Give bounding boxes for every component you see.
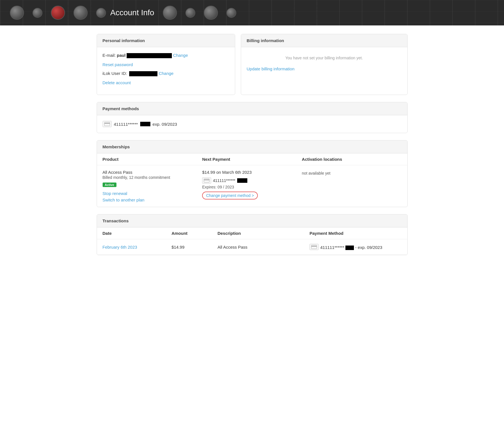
billing-info-header: Billing information [241,34,407,47]
membership-row: All Access Pass Billed monthly, 12 month… [97,165,407,207]
billing-placeholder-text: You have not set your billing informatio… [247,53,402,63]
stop-renewal-link[interactable]: Stop renewal [103,191,202,196]
active-badge: Active [103,183,116,187]
col-payment-method: Payment Method [310,231,402,236]
transaction-card-redacted [345,246,354,250]
membership-card-redacted [237,178,247,183]
personal-info-card: Personal information E-mail: paulChange … [97,34,235,95]
membership-card-icon [202,177,211,184]
personal-info-body: E-mail: paulChange Reset password iLok U… [97,47,235,95]
payment-methods-header: Payment methods [97,102,407,115]
svg-rect-5 [311,246,317,247]
decorative-knob-3 [51,6,65,20]
decorative-knob-6 [163,6,177,20]
transaction-card-number: 411111****** [320,245,344,250]
personal-info-header: Personal information [97,34,235,47]
main-content: Personal information E-mail: paulChange … [91,25,413,264]
delete-account-row: Delete account [103,80,229,85]
transaction-amount: $14.99 [172,245,218,249]
decorative-knob-1 [10,6,24,20]
transaction-card-expiry: - exp. 09/2023 [355,245,382,250]
product-name: All Access Pass [103,170,202,175]
payment-card-redacted [140,122,150,126]
svg-rect-1 [104,123,110,124]
change-payment-method-btn[interactable]: Change payment method > [202,192,258,199]
decorative-knob-9 [226,8,236,18]
payment-info-col: $14.99 on March 6th 2023 411111****** Ex… [202,170,302,202]
email-label: E-mail: [103,53,116,58]
delete-account-link[interactable]: Delete account [103,80,131,85]
membership-card-row: 411111****** [202,177,302,184]
email-change-link[interactable]: Change [173,53,188,58]
svg-rect-4 [311,245,317,249]
product-billing: Billed monthly, 12 months commitment [103,175,202,180]
top-row: Personal information E-mail: paulChange … [97,34,408,95]
email-username: paul [117,53,126,58]
payment-card-expiry: exp. 09/2023 [153,122,177,127]
next-payment-amount: $14.99 on March 6th 2023 [202,170,302,175]
active-badge-wrapper: Active [103,182,202,189]
ilok-change-link[interactable]: Change [159,71,174,76]
decorative-knob-2 [33,8,42,18]
transaction-date[interactable]: February 6th 2023 [103,245,172,249]
email-row: E-mail: paulChange [103,53,229,58]
memberships-card: Memberships Product Next Payment Activat… [97,140,408,207]
switch-plan-link[interactable]: Switch to another plan [103,197,144,202]
membership-expires: Expires: 09 / 2023 [202,185,302,189]
transaction-row: February 6th 2023 $14.99 All Access Pass… [97,239,407,255]
payment-methods-row: 411111****** exp. 09/2023 [103,121,402,127]
billing-info-body: You have not set your billing informatio… [241,47,407,77]
payment-card-number: 411111****** [114,122,138,127]
decorative-knob-7 [185,8,195,18]
payment-methods-body: 411111****** exp. 09/2023 [97,115,407,133]
membership-actions: Stop renewal Switch to another plan [103,191,202,202]
credit-card-icon [103,121,112,127]
transaction-card-icon [310,244,319,250]
ilok-label: iLok User ID: [103,71,127,76]
col-next-payment: Next Payment [202,157,302,162]
ilok-redacted [129,71,157,76]
transactions-header: Transactions [97,214,407,227]
membership-card-number: 411111****** [213,178,235,183]
transaction-payment: 411111****** - exp. 09/2023 [310,244,402,250]
decorative-knob-4 [73,6,88,20]
decorative-knob-5 [96,8,106,18]
svg-rect-3 [204,179,209,180]
update-billing-link[interactable]: Update billing information [247,66,295,71]
reset-password-row: Reset password [103,62,229,67]
transaction-description: All Access Pass [217,245,310,249]
product-col: All Access Pass Billed monthly, 12 month… [103,170,202,202]
memberships-header: Memberships [97,140,407,153]
col-product: Product [103,157,202,162]
col-description: Description [217,231,310,236]
col-date: Date [103,231,172,236]
transactions-table-header: Date Amount Description Payment Method [97,227,407,239]
col-activation: Activation locations [302,157,402,162]
svg-rect-2 [204,179,209,183]
payment-methods-card: Payment methods 411111****** exp. 09/202… [97,102,408,133]
email-redacted [127,53,172,58]
ilok-row: iLok User ID: Change [103,71,229,76]
activation-col: not available yet [302,170,402,202]
col-amount: Amount [172,231,218,236]
memberships-table-header: Product Next Payment Activation location… [97,153,407,165]
decorative-knob-8 [204,6,218,20]
billing-info-card: Billing information You have not set you… [241,34,408,95]
svg-rect-0 [104,122,110,126]
header-banner: Account Info [0,0,504,25]
page-title: Account Info [110,8,154,17]
transactions-card: Transactions Date Amount Description Pay… [97,214,408,255]
reset-password-link[interactable]: Reset password [103,62,133,67]
